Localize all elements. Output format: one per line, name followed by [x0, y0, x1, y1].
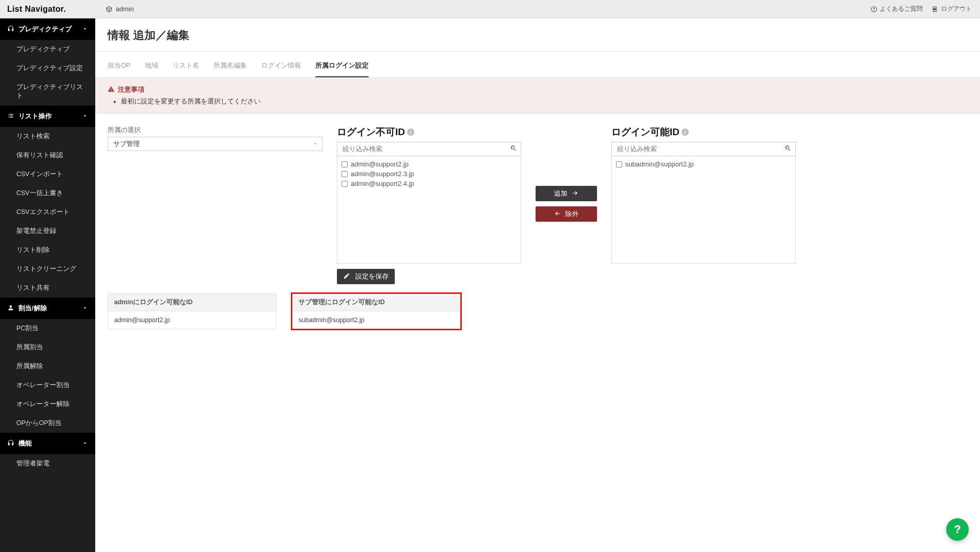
sidebar-item[interactable]: リスト共有 — [0, 279, 95, 298]
table-row: admin@support2.jp — [108, 311, 276, 329]
logout-link[interactable]: ログアウト — [932, 5, 972, 13]
sidebar-section-function[interactable]: 機能 — [0, 433, 95, 454]
chevron-up-icon — [82, 440, 88, 448]
allowed-search-input[interactable] — [611, 142, 796, 156]
brand: List Navigator. — [0, 5, 95, 14]
save-button[interactable]: 設定を保存 — [337, 269, 395, 284]
sidebar-item[interactable]: オペレーター割当 — [0, 376, 95, 395]
denied-panel-title-text: ログイン不可ID — [337, 125, 405, 139]
sidebar-item[interactable]: CSVエクスポート — [0, 203, 95, 222]
allowed-list[interactable]: subadmin@support2.jp — [611, 156, 796, 264]
tabs: 担当OP 地域 リスト名 所属名編集 ログイン情報 所属ログイン設定 — [95, 54, 980, 78]
add-button[interactable]: 追加 — [536, 186, 597, 201]
sidebar-item[interactable]: プレディクティブリスト — [0, 78, 95, 105]
list-item-label: admin@support2.jp — [351, 160, 409, 168]
sub-table: サブ管理にログイン可能なID subadmin@support2.jp — [292, 293, 461, 329]
checkbox[interactable] — [616, 161, 622, 167]
denied-search — [337, 142, 521, 156]
denied-list[interactable]: admin@support2.jp admin@support2.3.jp ad… — [337, 156, 521, 264]
org-select-value: サブ管理 — [113, 139, 140, 148]
edit-icon — [343, 272, 350, 281]
table-head: サブ管理にログイン可能なID — [292, 294, 460, 311]
search-icon[interactable] — [784, 145, 792, 154]
sidebar-section-assign[interactable]: 割当/解除 — [0, 298, 95, 319]
sidebar-item[interactable]: 架電禁止登録 — [0, 222, 95, 241]
arrow-left-icon — [554, 210, 561, 219]
sidebar: プレディクティブ プレディクティブ プレディクティブ設定 プレディクティブリスト… — [0, 18, 95, 552]
chevron-up-icon — [82, 26, 88, 33]
help-fab[interactable]: ? — [946, 518, 969, 541]
sidebar-section-label: 割当/解除 — [18, 304, 47, 313]
tab-login-setting[interactable]: 所属ログイン設定 — [315, 54, 369, 77]
current-user: admin — [95, 5, 134, 13]
info-icon[interactable]: i — [407, 129, 414, 136]
allowed-search — [611, 142, 796, 156]
faq-label: よくあるご質問 — [880, 5, 923, 13]
topbar: List Navigator. admin よくあるご質問 ログアウト — [0, 0, 980, 18]
faq-link[interactable]: よくあるご質問 — [870, 5, 923, 13]
checkbox[interactable] — [342, 181, 348, 187]
tab-op[interactable]: 担当OP — [108, 54, 131, 77]
sidebar-item[interactable]: 保有リスト確認 — [0, 146, 95, 165]
caret-down-icon — [313, 140, 318, 148]
sidebar-section-predictive[interactable]: プレディクティブ — [0, 18, 95, 40]
sidebar-item[interactable]: 管理者架電 — [0, 454, 95, 473]
exit-icon — [932, 6, 939, 13]
list-item[interactable]: admin@support2.4.jp — [342, 179, 517, 188]
result-tables: adminにログイン可能なID admin@support2.jp サブ管理にロ… — [95, 284, 980, 329]
checkbox[interactable] — [342, 171, 348, 177]
help-circle-icon — [870, 6, 878, 13]
sidebar-section-label: 機能 — [18, 439, 32, 448]
help-fab-glyph: ? — [954, 523, 961, 536]
sidebar-item[interactable]: リストクリーニング — [0, 260, 95, 279]
sidebar-item[interactable]: リスト削除 — [0, 241, 95, 260]
list-item[interactable]: admin@support2.jp — [342, 159, 517, 169]
cube-icon — [105, 6, 113, 13]
list-item[interactable]: subadmin@support2.jp — [616, 159, 791, 169]
sidebar-section-label: リスト操作 — [18, 112, 52, 121]
tab-login-info[interactable]: ログイン情報 — [261, 54, 301, 77]
remove-button[interactable]: 除外 — [536, 206, 597, 222]
sidebar-section-label: プレディクティブ — [18, 25, 72, 34]
chevron-up-icon — [82, 113, 88, 120]
org-select-label: 所属の選択 — [108, 125, 323, 135]
brand-name: List Navigator — [7, 5, 63, 13]
sidebar-item[interactable]: プレディクティブ設定 — [0, 59, 95, 78]
tab-region[interactable]: 地域 — [145, 54, 158, 77]
list-item-label: admin@support2.4.jp — [351, 180, 414, 187]
headset-icon — [7, 25, 14, 34]
warning-icon — [108, 86, 115, 94]
tab-listname[interactable]: リスト名 — [173, 54, 199, 77]
sidebar-item[interactable]: リスト検索 — [0, 127, 95, 146]
sidebar-item[interactable]: CSV一括上書き — [0, 184, 95, 203]
chevron-up-icon — [82, 305, 88, 312]
info-icon[interactable]: i — [681, 129, 689, 136]
denied-search-input[interactable] — [337, 142, 521, 156]
sidebar-item[interactable]: 所属解除 — [0, 357, 95, 376]
headset-icon — [7, 439, 14, 448]
save-button-label: 設定を保存 — [355, 272, 389, 281]
brand-dot: . — [63, 5, 66, 13]
page-title: 情報 追加／編集 — [95, 18, 980, 52]
user-icon — [7, 304, 14, 313]
sidebar-section-list[interactable]: リスト操作 — [0, 105, 95, 127]
remove-button-label: 除外 — [565, 209, 579, 219]
sidebar-item[interactable]: OPからOP割当 — [0, 414, 95, 433]
sidebar-item[interactable]: プレディクティブ — [0, 40, 95, 59]
denied-panel-title: ログイン不可ID i — [337, 125, 521, 139]
sidebar-item[interactable]: オペレーター解除 — [0, 395, 95, 414]
checkbox[interactable] — [342, 161, 348, 167]
sidebar-item[interactable]: CSVインポート — [0, 165, 95, 184]
logout-label: ログアウト — [941, 5, 972, 13]
sidebar-item[interactable]: 所属割当 — [0, 338, 95, 357]
notice-title-text: 注意事項 — [118, 85, 144, 94]
sidebar-item[interactable]: PC割当 — [0, 319, 95, 338]
allowed-panel: ログイン可能ID i subadmin@support2.jp — [611, 125, 796, 264]
current-user-name: admin — [116, 5, 134, 13]
table-head: adminにログイン可能なID — [108, 294, 276, 311]
search-icon[interactable] — [510, 145, 517, 154]
tab-org-edit[interactable]: 所属名編集 — [214, 54, 247, 77]
notice: 注意事項 最初に設定を変更する所属を選択してください — [95, 78, 980, 114]
list-item[interactable]: admin@support2.3.jp — [342, 169, 517, 179]
org-select[interactable]: サブ管理 — [108, 137, 323, 151]
